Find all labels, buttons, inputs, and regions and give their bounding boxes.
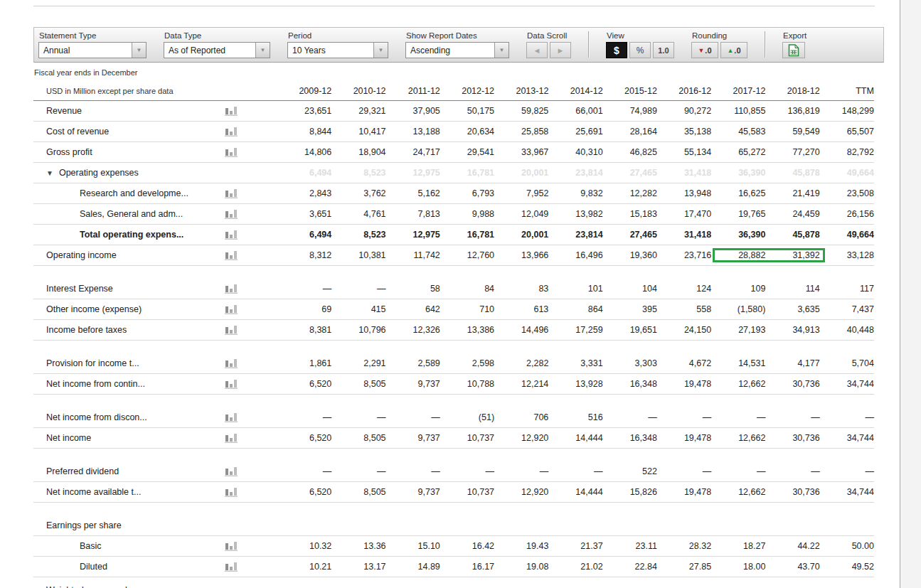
value-cell: 14.89 bbox=[386, 562, 440, 572]
row-label-text: Diluted bbox=[80, 562, 107, 572]
row-values: ——————522———— bbox=[277, 466, 874, 476]
bar-chart-icon[interactable] bbox=[224, 250, 243, 261]
row-values: 8,38110,79612,32613,38614,49617,25919,65… bbox=[277, 325, 874, 335]
chevron-down-icon[interactable]: ▼ bbox=[494, 43, 509, 58]
value-cell: 14,531 bbox=[711, 358, 765, 368]
show-report-dates-select[interactable]: Ascending ▼ bbox=[405, 42, 509, 58]
icon-zone bbox=[224, 358, 277, 369]
value-cell: — bbox=[711, 466, 765, 476]
bar-chart-icon[interactable] bbox=[224, 283, 243, 294]
value-cell: 30,736 bbox=[765, 433, 819, 443]
data-scroll-right-button[interactable]: ► bbox=[550, 42, 571, 58]
bar-chart-icon[interactable] bbox=[224, 105, 243, 117]
row-label-text: Preferred dividend bbox=[46, 466, 119, 476]
value-cell: 10,417 bbox=[331, 127, 385, 137]
value-cell: 8,844 bbox=[277, 127, 331, 137]
spreadsheet-export-icon bbox=[788, 44, 799, 57]
data-type-group: Data Type As of Reported ▼ bbox=[164, 31, 270, 58]
collapse-arrow-icon[interactable]: ▼ bbox=[46, 169, 53, 177]
bar-chart-icon[interactable] bbox=[224, 304, 243, 315]
value-cell: — bbox=[711, 412, 765, 422]
section-row[interactable]: Weighted average share bbox=[33, 580, 874, 588]
value-cell: 27,193 bbox=[711, 325, 765, 335]
bar-chart-icon[interactable] bbox=[224, 188, 243, 199]
bar-chart-icon[interactable] bbox=[224, 378, 243, 390]
value-cell: 10,737 bbox=[440, 433, 494, 443]
bar-chart-icon[interactable] bbox=[224, 126, 243, 137]
value-cell: 35,138 bbox=[657, 127, 711, 137]
chevron-down-icon[interactable]: ▼ bbox=[373, 43, 388, 58]
value-cell: 3,762 bbox=[331, 188, 385, 198]
value-cell: 20,001 bbox=[494, 168, 548, 178]
bar-chart-icon[interactable] bbox=[224, 146, 243, 158]
row-label: Basic bbox=[46, 541, 224, 551]
statement-type-select[interactable]: Annual ▼ bbox=[38, 42, 147, 58]
view-percent-button[interactable]: % bbox=[629, 42, 651, 58]
value-cell: 28,164 bbox=[603, 127, 657, 137]
value-cell: 415 bbox=[331, 304, 385, 314]
value-cell: 9,832 bbox=[548, 188, 602, 198]
value-cell: 31,392 bbox=[765, 250, 819, 260]
year-header-cell: 2015-12 bbox=[603, 86, 657, 96]
value-cell: 109 bbox=[711, 284, 765, 294]
page-scrollbar-track[interactable] bbox=[900, 0, 921, 588]
value-cell: (1,580) bbox=[711, 304, 765, 314]
bar-chart-icon[interactable] bbox=[224, 466, 243, 477]
rounding-label: Rounding bbox=[691, 31, 747, 40]
chevron-down-icon[interactable]: ▼ bbox=[132, 43, 146, 58]
row-values: 23,65129,32137,90550,17559,82566,00174,9… bbox=[277, 106, 874, 116]
value-cell: 50.00 bbox=[820, 541, 874, 551]
value-cell: 136,819 bbox=[765, 106, 819, 116]
show-report-dates-value: Ascending bbox=[406, 46, 450, 55]
value-cell: 148,299 bbox=[820, 106, 874, 116]
value-cell: 36,390 bbox=[711, 230, 765, 240]
row-label: Provision for income t... bbox=[46, 358, 224, 368]
chevron-down-icon[interactable]: ▼ bbox=[255, 43, 270, 58]
data-scroll-left-button[interactable]: ◄ bbox=[526, 42, 548, 58]
value-cell: 15,826 bbox=[603, 487, 657, 497]
bar-chart-icon[interactable] bbox=[224, 486, 243, 498]
value-cell: 19,765 bbox=[711, 209, 765, 219]
year-header-cell: 2017-12 bbox=[711, 86, 765, 96]
export-button[interactable] bbox=[782, 42, 805, 58]
row-values: ——588483101104124109114117 bbox=[277, 284, 874, 294]
row-values: 6,5208,5059,73710,73712,92014,44416,3481… bbox=[277, 433, 874, 443]
view-dollar-button[interactable]: $ bbox=[606, 42, 627, 58]
section-row[interactable]: Earnings per share bbox=[33, 515, 874, 536]
percent-icon: % bbox=[637, 46, 644, 55]
data-type-select[interactable]: As of Reported ▼ bbox=[164, 42, 270, 58]
row-gap bbox=[33, 395, 874, 407]
view-raw-button[interactable]: 1.0 bbox=[653, 42, 674, 58]
bar-chart-icon[interactable] bbox=[224, 412, 243, 423]
bar-chart-icon[interactable] bbox=[224, 208, 243, 220]
value-cell: 11,742 bbox=[386, 250, 440, 260]
value-cell: 6,793 bbox=[440, 188, 494, 198]
section-row[interactable]: ▼Operating expenses6,4948,52312,97516,78… bbox=[33, 163, 874, 183]
value-cell: 18,904 bbox=[331, 147, 385, 157]
bar-chart-icon[interactable] bbox=[224, 561, 243, 572]
period-select[interactable]: 10 Years ▼ bbox=[287, 42, 388, 58]
bar-chart-icon[interactable] bbox=[224, 358, 243, 369]
bar-chart-icon[interactable] bbox=[224, 229, 243, 240]
icon-zone bbox=[224, 378, 277, 390]
value-cell: 19,360 bbox=[603, 250, 657, 260]
row-values: 8,31210,38111,74212,76013,96616,49619,36… bbox=[277, 250, 874, 260]
value-cell: — bbox=[386, 412, 440, 422]
value-cell: 13.36 bbox=[331, 541, 385, 551]
value-cell: 82,792 bbox=[820, 147, 874, 157]
value-cell: — bbox=[657, 412, 711, 422]
value-cell: 16,496 bbox=[548, 250, 602, 260]
bar-chart-icon[interactable] bbox=[224, 540, 243, 552]
rounding-up-button[interactable]: ▲.0 bbox=[720, 42, 747, 58]
row-label: Net income available t... bbox=[46, 487, 224, 497]
rounding-down-button[interactable]: ▼.0 bbox=[691, 42, 718, 58]
bar-chart-icon[interactable] bbox=[224, 432, 243, 444]
value-cell: 33,128 bbox=[820, 250, 874, 260]
value-cell: 58 bbox=[386, 284, 440, 294]
value-cell: 13,386 bbox=[440, 325, 494, 335]
value-cell: 45,878 bbox=[765, 168, 819, 178]
value-cell: — bbox=[494, 466, 548, 476]
data-type-value: As of Reported bbox=[164, 46, 225, 55]
row-values: 6,4948,52312,97516,78120,00123,81427,465… bbox=[277, 168, 874, 178]
bar-chart-icon[interactable] bbox=[224, 324, 243, 336]
